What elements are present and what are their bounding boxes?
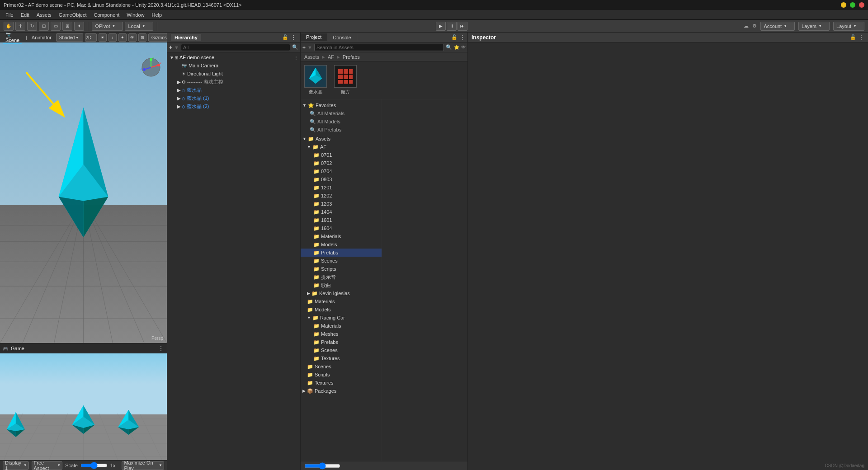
prefab-item-cube[interactable]: 魔方 [334,65,357,95]
breadcrumb-af[interactable]: AF [328,54,334,60]
folder-prefabs-af[interactable]: 📁Prefabs [301,249,382,257]
menu-file[interactable]: File [2,11,17,19]
tab-project[interactable]: Project [301,33,327,41]
prefab-item-gem[interactable]: 蓝水晶 [304,65,327,95]
folder-racing-scenes[interactable]: 📁Scenes [301,346,382,354]
hand-tool[interactable]: ✋ [4,22,14,31]
menu-window[interactable]: Window [123,11,148,19]
tree-item-gem1[interactable]: ▶ ◇ 蓝水晶 [167,86,300,94]
maximize-dropdown[interactable]: Maximize On Play ▼ [122,461,164,470]
folder-1404[interactable]: 📁1404 [301,208,382,216]
project-add-btn[interactable]: + [302,44,306,51]
tree-item-scene[interactable]: ▼ ⊞ AF demo scene ⋮ [167,53,300,61]
project-search[interactable] [314,44,444,51]
tab-scene[interactable]: 📷 Scene [3,33,22,44]
tree-item-gem2[interactable]: ▶ ◇ 蓝水晶 (1) [167,94,300,102]
tree-item-gem3[interactable]: ▶ ◇ 蓝水晶 (2) [167,102,300,110]
folder-song-af[interactable]: 📁歌曲 [301,281,382,289]
project-saved-icon[interactable]: ⭐ [454,45,459,50]
folder-kevin[interactable]: ▶ 📁 Kevin Iglesias [301,289,382,297]
folder-scripts-af[interactable]: 📁Scripts [301,265,382,273]
folder-0701[interactable]: 📁0701 [301,151,382,159]
scene-audio-btn[interactable]: ♪ [108,33,117,42]
breadcrumb-assets[interactable]: Assets [304,54,319,60]
folder-0702[interactable]: 📁0702 [301,159,382,167]
move-tool[interactable]: ✛ [15,22,25,31]
folder-1601[interactable]: 📁1601 [301,216,382,224]
scale-tool[interactable]: ⊡ [39,22,49,31]
pause-button[interactable]: ⏸ [447,22,457,31]
shading-dropdown[interactable]: Shaded ▼ [56,33,83,42]
folder-models-root[interactable]: 📁Models [301,306,382,314]
local-dropdown[interactable]: Local ▼ [125,22,153,31]
hierarchy-search[interactable] [181,44,290,51]
scene-hide-btn[interactable]: 👁 [128,33,137,42]
fav-item-prefabs[interactable]: 🔍 All Prefabs [301,126,382,134]
rect-tool[interactable]: ▭ [51,22,61,31]
maximize-button[interactable] [850,2,855,8]
folder-1203[interactable]: 📁1203 [301,200,382,208]
folder-1604[interactable]: 📁1604 [301,224,382,232]
inspector-more-icon[interactable]: ⋮ [858,34,864,41]
folder-racing-textures[interactable]: 📁Textures [301,354,382,362]
custom-tool[interactable]: ✦ [74,22,84,31]
folder-scenes-root[interactable]: 📁Scenes [301,362,382,371]
zoom-slider[interactable] [304,464,340,468]
folder-prompt-af[interactable]: 📁提示音 [301,273,382,281]
menu-edit[interactable]: Edit [17,11,33,19]
assets-root[interactable]: ▼ 📁 Assets [301,135,382,143]
project-more-icon[interactable]: ⋮ [459,34,466,41]
play-button[interactable]: ▶ [436,22,446,31]
close-button[interactable] [859,2,864,8]
folder-racing-meshes[interactable]: 📁Meshes [301,330,382,338]
tab-console[interactable]: Console [327,34,357,41]
scale-slider[interactable] [80,463,108,468]
folder-materials-root[interactable]: 📁Materials [301,297,382,306]
folder-textures-root[interactable]: 📁Textures [301,379,382,387]
rotate-tool[interactable]: ↻ [27,22,37,31]
folder-scripts-root[interactable]: 📁Scripts [301,371,382,379]
folder-1202[interactable]: 📁1202 [301,192,382,200]
folder-0803[interactable]: 📁0803 [301,175,382,183]
folder-racing-materials[interactable]: 📁Materials [301,322,382,330]
menu-help[interactable]: Help [148,11,165,19]
gizmos-dropdown[interactable]: Gizmos ▼ [148,33,167,42]
favorites-header[interactable]: ▼ ⭐ Favorites [301,101,382,109]
folder-materials-af[interactable]: 📁Materials [301,232,382,240]
project-lock-icon[interactable]: 🔓 [451,34,458,40]
folder-racing-prefabs[interactable]: 📁Prefabs [301,338,382,346]
hierarchy-add-btn[interactable]: + [169,44,172,51]
breadcrumb-prefabs[interactable]: Prefabs [343,54,360,60]
menu-assets[interactable]: Assets [33,11,55,19]
layers-dropdown[interactable]: Layers ▼ [798,22,830,31]
hierarchy-more-icon[interactable]: ⋮ [290,34,297,41]
scene-more-icon[interactable]: ⋮ [294,55,298,60]
scene-light-btn[interactable]: ☀ [99,33,107,42]
folder-scenes-af[interactable]: 📁Scenes [301,257,382,265]
scene-grid-btn[interactable]: ⊞ [138,33,146,42]
folder-0704[interactable]: 📁0704 [301,167,382,175]
tree-item-controller[interactable]: ▶ ⚙ --------- 游戏主控 [167,78,300,86]
folder-af[interactable]: ▼ 📁 AF [301,143,382,151]
aspect-dropdown[interactable]: Free Aspect ▼ [32,461,63,470]
folder-1201[interactable]: 📁1201 [301,183,382,192]
transform-tool[interactable]: ⊞ [62,22,72,31]
menu-component[interactable]: Component [90,11,123,19]
layout-dropdown[interactable]: Layout ▼ [833,22,864,31]
tab-hierarchy[interactable]: Hierarchy [171,34,201,41]
display-dropdown[interactable]: Display 1 ▼ [3,461,29,470]
folder-models-af[interactable]: 📁Models [301,240,382,249]
menu-gameobject[interactable]: GameObject [55,11,90,19]
game-more-btn[interactable]: ⋮ [158,345,164,352]
scene-fx-btn[interactable]: ✦ [118,33,127,42]
packages-root[interactable]: ▶ 📦 Packages [301,387,382,395]
fav-item-models[interactable]: 🔍 All Models [301,118,382,126]
folder-racing-car[interactable]: ▼ 📁 Racing Car [301,314,382,322]
account-dropdown[interactable]: Account ▼ [760,22,795,31]
step-button[interactable]: ⏭ [458,22,467,31]
tree-item-light[interactable]: ☀ Directional Light [167,70,300,78]
minimize-button[interactable] [841,2,846,8]
hierarchy-lock-icon[interactable]: 🔓 [282,34,288,40]
pivot-dropdown[interactable]: ⊕ Pivot ▼ [92,22,123,31]
project-eye-icon[interactable]: 👁 [461,45,466,50]
